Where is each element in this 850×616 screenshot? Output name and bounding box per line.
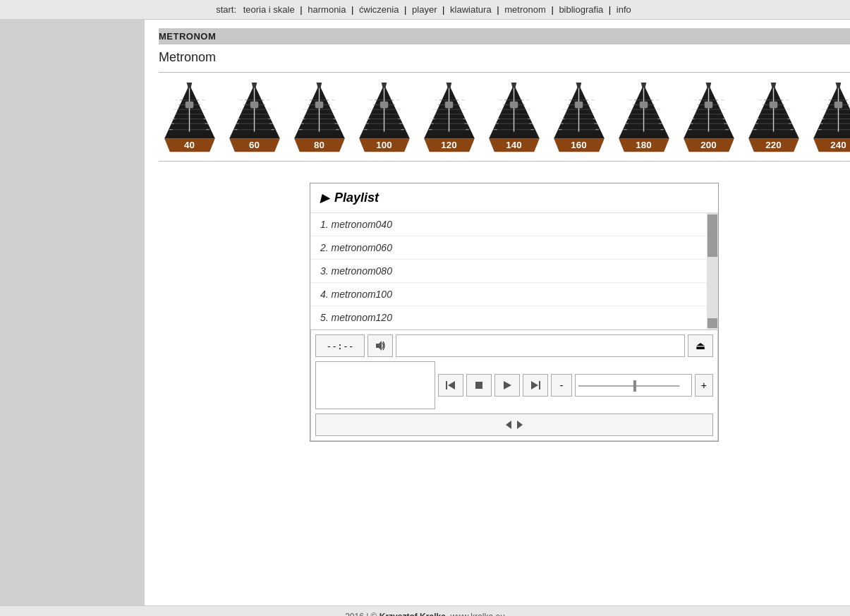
nav-bibliografia[interactable]: bibliografia (559, 4, 603, 15)
metronome-svg: 120 (418, 81, 480, 155)
nav-metronom[interactable]: metronom (504, 4, 546, 15)
svg-marker-263 (836, 83, 842, 88)
nav-prefix: start: (216, 4, 236, 15)
playlist-item[interactable]: 4. metronom100 (310, 283, 707, 306)
svg-text:40: 40 (184, 140, 195, 150)
svg-rect-203 (705, 102, 712, 109)
volume-plus-btn[interactable]: + (695, 374, 713, 397)
svg-text:80: 80 (314, 140, 324, 150)
svg-rect-35 (250, 102, 258, 109)
svg-rect-227 (770, 102, 777, 109)
playlist-item[interactable]: 3. metronom080 (310, 260, 707, 283)
progress-bar[interactable] (396, 334, 685, 357)
divider-bottom (159, 161, 850, 162)
playlist-header: ▶ Playlist (310, 183, 718, 213)
svg-rect-107 (445, 102, 453, 109)
pan-btn[interactable] (315, 413, 713, 436)
sidebar-left (0, 20, 145, 605)
speaker-icon (374, 339, 387, 352)
svg-text:60: 60 (249, 140, 260, 150)
scrollbar-thumb-top[interactable] (708, 215, 717, 257)
time-text: --:-- (326, 341, 353, 351)
scrollbar-thumb-bottom[interactable] (708, 318, 717, 328)
metronome-item[interactable]: 200 (678, 81, 740, 155)
svg-rect-131 (510, 102, 518, 109)
svg-text:220: 220 (765, 140, 781, 150)
eject-icon: ⏏ (696, 339, 705, 352)
nav-teoria[interactable]: teoria i skale (243, 4, 295, 15)
controls-row1: --:-- ⏏ (315, 334, 713, 357)
svg-rect-155 (575, 102, 583, 109)
svg-rect-265 (446, 381, 447, 389)
main-nav: start: teoria i skale | harmonia | ćwicz… (0, 0, 850, 20)
player-box: ▶ Playlist 1. metronom0402. metronom0603… (310, 183, 719, 442)
svg-marker-191 (641, 83, 647, 88)
playlist-scrollbar[interactable] (707, 213, 718, 330)
svg-marker-268 (504, 381, 511, 389)
volume-slider-track (576, 375, 691, 397)
svg-marker-47 (252, 83, 257, 88)
volume-slider[interactable] (575, 374, 692, 397)
svg-rect-272 (633, 380, 636, 392)
stop-btn[interactable] (466, 374, 492, 397)
playlist-item[interactable]: 5. metronom120 (310, 306, 707, 330)
prev-icon (445, 380, 456, 391)
metronome-svg: 80 (289, 81, 351, 155)
metronome-item[interactable]: 140 (483, 81, 545, 155)
prev-btn[interactable] (438, 374, 463, 397)
svg-marker-239 (771, 83, 777, 88)
metronome-item[interactable]: 40 (159, 81, 221, 155)
metronome-svg: 100 (353, 81, 415, 155)
svg-marker-95 (382, 83, 387, 88)
metronome-svg: 40 (159, 81, 221, 155)
svg-text:200: 200 (700, 140, 716, 150)
metronome-item[interactable]: 180 (613, 81, 675, 155)
svg-rect-179 (640, 102, 648, 109)
svg-text:240: 240 (830, 140, 846, 150)
footer: 2016 | © Krzysztof Kralka, www.kralka.eu (0, 605, 850, 616)
footer-text: 2016 | © Krzysztof Kralka, www.kralka.eu (345, 612, 505, 616)
metronome-item[interactable]: 60 (224, 81, 286, 155)
metronome-item[interactable]: 120 (418, 81, 480, 155)
svg-marker-266 (448, 381, 455, 389)
controls-row3 (315, 413, 713, 436)
metronome-item[interactable]: 220 (743, 81, 805, 155)
playlist-item[interactable]: 2. metronom060 (310, 236, 707, 260)
svg-rect-269 (539, 381, 540, 389)
nav-cwiczenia[interactable]: ćwiczenia (359, 4, 399, 15)
svg-marker-270 (531, 381, 538, 389)
eject-btn[interactable]: ⏏ (688, 334, 713, 357)
svg-text:160: 160 (571, 140, 586, 150)
transport-row: - + (438, 374, 713, 397)
metronome-item[interactable]: 160 (548, 81, 610, 155)
metronome-item[interactable]: 240 (808, 81, 850, 155)
nav-player[interactable]: player (412, 4, 437, 15)
svg-marker-264 (376, 341, 382, 351)
nav-klawiatura[interactable]: klawiatura (450, 4, 492, 15)
nav-harmonia[interactable]: harmonia (308, 4, 346, 15)
svg-rect-59 (315, 102, 323, 109)
metronome-item[interactable]: 80 (289, 81, 351, 155)
svg-marker-23 (187, 83, 193, 88)
volume-minus-btn[interactable]: - (551, 374, 572, 397)
stop-icon (474, 380, 484, 390)
playlist-items: 1. metronom0402. metronom0603. metronom0… (310, 213, 707, 330)
player-controls: --:-- ⏏ (310, 330, 718, 441)
metronome-item[interactable]: 100 (353, 81, 415, 155)
volume-minus-label: - (560, 380, 564, 391)
page-title: Metronom (159, 50, 850, 65)
nav-info[interactable]: info (617, 4, 631, 15)
svg-marker-167 (576, 83, 582, 88)
info-area (315, 361, 435, 409)
speaker-btn[interactable] (368, 334, 393, 357)
section-header: METRONOM (159, 28, 850, 44)
metronome-svg: 200 (678, 81, 740, 155)
time-display: --:-- (315, 334, 365, 357)
playlist-scroll-area: 1. metronom0402. metronom0603. metronom0… (310, 213, 718, 330)
svg-rect-83 (380, 102, 388, 109)
playlist-item[interactable]: 1. metronom040 (310, 213, 707, 236)
next-btn[interactable] (523, 374, 548, 397)
play-btn[interactable] (494, 374, 520, 397)
section-header-text: METRONOM (159, 31, 216, 42)
metronome-svg: 180 (613, 81, 675, 155)
